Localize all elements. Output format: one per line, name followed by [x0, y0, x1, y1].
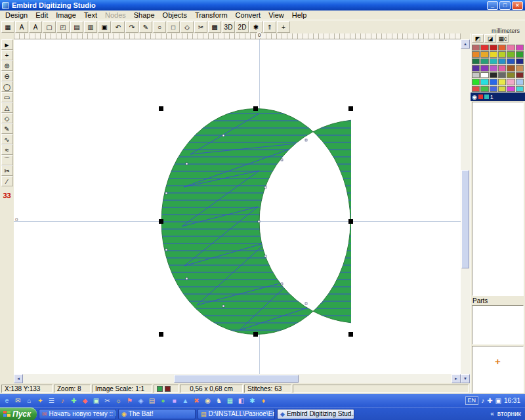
- toolbar-button[interactable]: +: [277, 21, 290, 33]
- tool-button[interactable]: ✎: [1, 123, 13, 134]
- toolbar-button[interactable]: ○: [153, 21, 166, 33]
- palette-color[interactable]: [490, 58, 497, 64]
- quick-launch-icon[interactable]: ✚: [69, 396, 79, 406]
- palette-color[interactable]: [490, 45, 497, 51]
- vertical-scrollbar[interactable]: ▲ ▼: [461, 39, 470, 383]
- palette-color[interactable]: [472, 65, 480, 71]
- toolbar-button[interactable]: ▢: [43, 21, 56, 33]
- scroll-up-icon[interactable]: ▲: [461, 39, 470, 49]
- palette-color[interactable]: [490, 51, 497, 57]
- toolbar-button[interactable]: A: [29, 21, 42, 33]
- collapse-chevrons-icon[interactable]: «: [490, 410, 494, 417]
- object-list[interactable]: [472, 102, 524, 296]
- tool-button[interactable]: ⌒: [1, 155, 13, 165]
- toolbar-button[interactable]: ⇑: [263, 21, 276, 33]
- quick-launch-icon[interactable]: ⚑: [125, 396, 135, 406]
- palette-color[interactable]: [498, 45, 506, 51]
- toolbar-button[interactable]: 3D: [222, 21, 235, 33]
- palette-toolbar-button[interactable]: ▦c: [497, 34, 509, 43]
- quick-launch-icon[interactable]: ▦: [225, 396, 235, 406]
- tray-app-icon[interactable]: ▣: [495, 397, 501, 404]
- tool-button[interactable]: ✂: [1, 165, 13, 176]
- language-indicator[interactable]: EN: [465, 396, 479, 405]
- palette-color[interactable]: [472, 45, 480, 51]
- palette-color[interactable]: [472, 79, 480, 85]
- selection-handle[interactable]: [348, 106, 353, 111]
- palette-color[interactable]: [472, 86, 480, 92]
- menu-item[interactable]: Image: [52, 11, 80, 19]
- parts-preview[interactable]: +: [472, 346, 524, 393]
- quick-launch-icon[interactable]: ♞: [214, 396, 224, 406]
- palette-color[interactable]: [480, 51, 488, 57]
- palette-color[interactable]: [480, 65, 488, 71]
- vertical-scroll-thumb[interactable]: [461, 170, 469, 268]
- scroll-down-icon[interactable]: ▼: [461, 374, 470, 383]
- maximize-button[interactable]: □: [499, 1, 511, 10]
- palette-toolbar-button[interactable]: ◪: [484, 34, 496, 43]
- tool-button[interactable]: ⊕: [1, 60, 13, 71]
- toolbar-button[interactable]: ✱: [249, 21, 262, 33]
- palette-color[interactable]: [516, 45, 524, 51]
- quick-launch-icon[interactable]: ✖: [192, 396, 201, 406]
- quick-launch-icon[interactable]: ■: [169, 396, 179, 406]
- quick-launch-icon[interactable]: ♪: [58, 396, 68, 406]
- quick-launch-icon[interactable]: ◧: [236, 396, 246, 406]
- tool-button[interactable]: ∿: [1, 134, 13, 144]
- menu-item[interactable]: Convert: [232, 11, 265, 19]
- palette-color[interactable]: [498, 51, 506, 57]
- palette-color[interactable]: [507, 72, 514, 78]
- menu-item[interactable]: Help: [288, 11, 311, 19]
- tool-button[interactable]: ▭: [1, 92, 13, 102]
- palette-color[interactable]: [480, 79, 488, 85]
- palette-color[interactable]: [507, 58, 514, 64]
- toolbar-button[interactable]: ◰: [56, 21, 70, 33]
- palette-color[interactable]: [490, 65, 497, 71]
- quick-launch-icon[interactable]: ✦: [35, 396, 45, 406]
- toolbar-button[interactable]: ↶: [112, 21, 125, 33]
- palette-color[interactable]: [490, 79, 497, 85]
- toolbar-button[interactable]: ▦: [1, 21, 14, 33]
- quick-launch-icon[interactable]: ✉: [13, 396, 23, 406]
- palette-color[interactable]: [472, 51, 480, 57]
- palette-color[interactable]: [516, 79, 524, 85]
- task-button[interactable]: ✉ Начать новую тему :: В...: [39, 409, 116, 419]
- palette-color[interactable]: [480, 86, 488, 92]
- palette-color[interactable]: [498, 86, 506, 92]
- toolbar-button[interactable]: ✎: [139, 21, 152, 33]
- tool-button[interactable]: ◇: [1, 113, 13, 123]
- palette-color[interactable]: [472, 58, 480, 64]
- palette-color[interactable]: [516, 51, 524, 57]
- quick-launch-icon[interactable]: e: [2, 396, 12, 406]
- selection-handle[interactable]: [159, 332, 163, 337]
- toolbar-button[interactable]: A: [15, 21, 28, 33]
- toolbar-button[interactable]: □: [167, 21, 180, 33]
- palette-color[interactable]: [480, 45, 488, 51]
- task-button[interactable]: ◆ Embird Digitizing Stud...: [277, 409, 354, 419]
- tool-button[interactable]: ≈: [1, 144, 13, 155]
- close-button[interactable]: ×: [512, 1, 523, 10]
- design-canvas[interactable]: 0: [14, 39, 461, 374]
- toolbar-button[interactable]: ▣: [98, 21, 111, 33]
- palette-color[interactable]: [507, 45, 514, 51]
- quick-launch-icon[interactable]: ●: [158, 396, 168, 406]
- palette-color[interactable]: [507, 51, 514, 57]
- toolbar-button[interactable]: 2D: [236, 21, 249, 33]
- start-button[interactable]: Пуск: [0, 408, 37, 420]
- crescent-object[interactable]: [161, 108, 351, 335]
- selection-handle[interactable]: [348, 332, 353, 337]
- palette-color[interactable]: [507, 79, 514, 85]
- menu-item[interactable]: Text: [80, 11, 101, 19]
- selection-handle[interactable]: [159, 219, 163, 224]
- toolbar-button[interactable]: ▥: [84, 21, 97, 33]
- menu-item[interactable]: Transform: [191, 11, 232, 19]
- menu-item[interactable]: Edit: [32, 11, 52, 19]
- quick-launch-icon[interactable]: ▣: [91, 396, 101, 406]
- minimize-button[interactable]: _: [487, 1, 498, 10]
- quick-launch-icon[interactable]: ☼: [114, 396, 123, 406]
- selection-handle[interactable]: [159, 106, 163, 111]
- palette-color[interactable]: [516, 65, 524, 71]
- palette-color[interactable]: [472, 72, 480, 78]
- selection-handle[interactable]: [253, 332, 258, 337]
- tool-button[interactable]: ∕: [1, 176, 13, 186]
- horizontal-scroll-thumb[interactable]: [174, 375, 299, 383]
